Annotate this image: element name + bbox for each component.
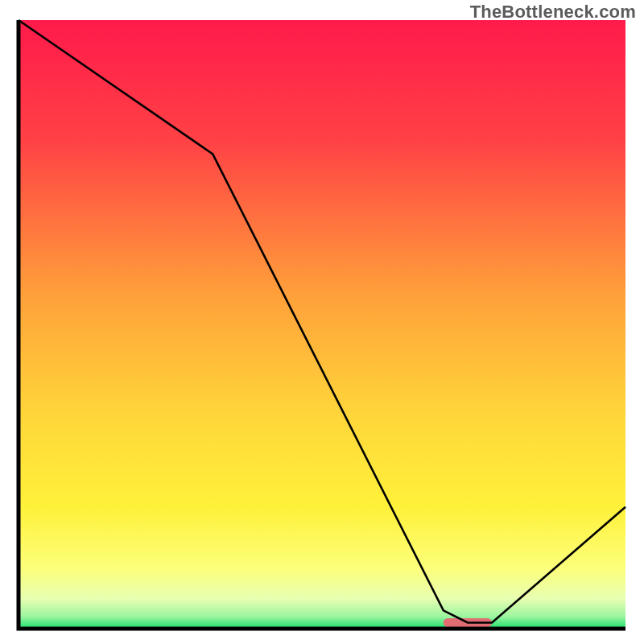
watermark-text: TheBottleneck.com <box>470 2 636 23</box>
chart-container: TheBottleneck.com <box>0 0 644 644</box>
gradient-background <box>19 20 625 629</box>
plot-area <box>19 20 625 629</box>
bottleneck-chart <box>0 0 644 644</box>
